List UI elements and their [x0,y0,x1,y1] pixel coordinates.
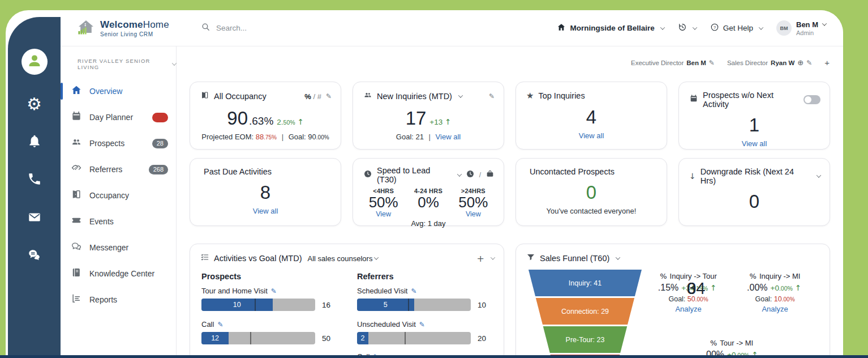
activity-row-label: Call✎ [201,320,337,329]
directors-row: Executive Director Ben M ✎ Sales Directo… [631,58,830,67]
community-selector[interactable]: Morningside of Bellaire [557,23,664,33]
view-link[interactable]: View [376,210,391,218]
activity-row-label: Tour and Home Visit✎ [201,287,337,295]
profile-avatar-button[interactable] [22,49,48,75]
percent-icon: % [750,272,757,280]
search-input[interactable] [216,24,318,32]
activity-row-label: Scheduled Visit✎ [357,287,492,295]
gear-icon: ⚙ [27,96,42,113]
counselor-filter[interactable]: All sales counselors [308,254,379,263]
bottom-edge-bar [0,355,868,358]
sidebar-item-messenger[interactable]: Messenger [61,235,176,261]
chevron-down-icon [822,21,827,25]
add-director-button[interactable]: + [824,58,830,67]
group-heading: Referrers [357,272,492,281]
chat-button[interactable] [26,248,43,265]
community-name: Morningside of Bellaire [570,24,654,32]
welcomehome-logo-icon [76,19,96,38]
edit-icon[interactable]: ✎ [271,287,277,295]
pace-tick [255,299,256,311]
sales-director-label: Sales Director [727,59,768,66]
edit-icon[interactable]: ✎ [411,287,416,295]
settings-button[interactable]: ⚙ [26,96,43,113]
card-title: Uncontacted Prospects [530,167,615,176]
edit-icon[interactable]: ✎ [326,92,332,100]
briefcase-icon [485,169,495,181]
sidebar-item-label: Occupancy [89,191,129,200]
handshake-icon [71,163,82,176]
card-title: Prospects w/o Next Activity [703,91,799,109]
view-all-link[interactable]: View all [436,133,461,141]
card-title: All Occupancy [214,92,267,101]
globe-icon: ⊕ [797,58,803,67]
edit-icon[interactable]: ✎ [489,92,495,100]
chevron-down-icon [660,25,664,29]
sidebar-nav: RIVER VALLEY SENIOR LIVING Overview Day … [61,46,177,358]
org-selector[interactable]: RIVER VALLEY SENIOR LIVING [61,58,176,70]
new-inquiries-card: New Inquiries (MTD) ✎ 17 +13 ↑ Goal: 21 … [353,82,504,150]
sidebar-item-prospects[interactable]: Prospects 28 [61,130,176,156]
sidebar-item-day-planner[interactable]: Day Planner 14 [61,104,176,130]
sales-funnel-card: Sales Funnel (T60) Inquiry: 41 Connectio… [515,244,830,358]
top-inquiries-card: ★ Top Inquiries 4 View all [515,82,667,150]
sidebar-item-referrers[interactable]: Referrers 268 [61,156,176,182]
get-help-menu[interactable]: ? Get Help [710,23,763,33]
prospects-wo-next-activity-toggle[interactable] [803,95,820,104]
view-link[interactable]: View [466,210,481,218]
brand-tagline: Senior Living CRM [100,31,169,37]
chevron-down-icon[interactable] [616,255,620,259]
add-activity-button[interactable]: + [477,253,484,264]
card-title: Past Due Activities [204,167,272,176]
phone-button[interactable] [26,172,43,189]
history-button[interactable] [678,23,697,33]
sidebar-item-events[interactable]: Events [61,208,176,235]
bar-total: 16 [322,301,337,309]
door-icon [71,189,82,202]
search-icon [201,22,210,34]
funnel-segment-pre-tour: Pre-Tour: 23 [528,326,642,353]
edit-icon[interactable]: ✎ [709,59,715,67]
speed-mode-toggle[interactable]: / [466,169,495,181]
pace-tick [408,299,409,311]
view-all-link[interactable]: View all [742,139,767,148]
percent-number-toggle[interactable]: % / # [304,92,321,101]
svg-text:?: ? [714,25,716,30]
view-all-link[interactable]: View all [579,131,604,140]
brand-logo[interactable]: WelcomeHome Senior Living CRM [76,19,169,38]
email-button[interactable] [26,210,43,227]
people-icon [363,91,372,102]
progress-bar: 10 [201,299,315,311]
executive-director-label: Executive Director [631,59,684,66]
speed-col-4-24hrs: 4-24 HRS 0% [406,187,451,218]
user-menu[interactable]: BM Ben M Admin [776,20,826,36]
edit-icon[interactable]: ✎ [217,321,223,329]
star-icon: ★ [526,91,534,101]
sidebar-item-reports[interactable]: Reports [61,287,176,313]
card-title: Top Inquiries [538,91,585,100]
chevron-down-icon[interactable] [817,173,821,177]
notifications-button[interactable] [26,134,43,151]
sidebar-item-label: Prospects [89,139,124,148]
chevron-down-icon[interactable] [491,255,495,259]
view-all-link[interactable]: View all [253,207,278,215]
sidebar-item-label: Events [89,217,114,226]
history-clock-icon [678,23,687,33]
edit-icon[interactable]: ✎ [806,59,812,67]
brand-name: WelcomeHome [100,19,169,30]
day-planner-badge: 14 [152,113,168,122]
sidebar-item-overview[interactable]: Overview [61,78,176,104]
activity-row-label: Unscheduled Visit✎ [357,320,492,329]
app-window: ⚙ WelcomeHome Senior Living CRM [6,10,843,358]
sidebar-item-knowledge-center[interactable]: Knowledge Center [61,261,176,287]
chevron-down-icon[interactable] [458,93,463,97]
edit-icon[interactable]: ✎ [419,321,425,329]
chevron-down-icon[interactable] [457,172,461,176]
sidebar-item-occupancy[interactable]: Occupancy [61,182,176,208]
messenger-icon [71,241,82,254]
sidebar-item-label: Day Planner [89,113,133,122]
past-due-activities-card: Past Due Activities 8 View all [190,158,341,226]
funnel-chart: Inquiry: 41 Connection: 29 Pre-Tour: 23 … [528,270,642,358]
pace-tick [250,332,251,344]
people-icon [71,137,82,150]
speed-to-lead-columns: <4HRS 50% View 4-24 HRS 0% >24HRS 50% Vi… [353,184,504,218]
